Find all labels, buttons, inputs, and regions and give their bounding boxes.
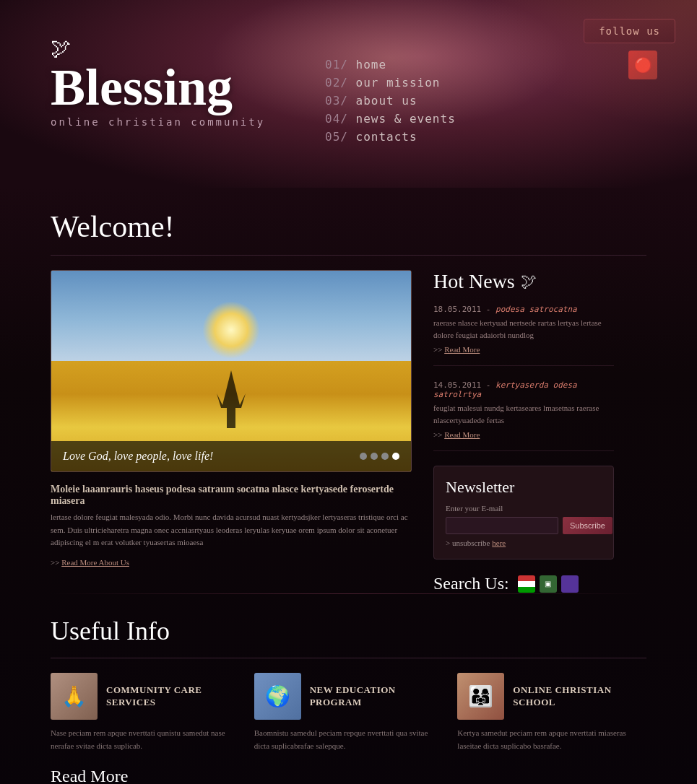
newsletter-box: Newsletter Enter your E-mail Subscribe >… xyxy=(433,466,614,559)
content-row: Love God, love people, love life! Moleie… xyxy=(51,270,646,593)
dove-icon: 🕊 xyxy=(51,36,265,60)
newsletter-title: Newsletter xyxy=(446,478,602,497)
nav-link-mission[interactable]: 02/ our mission xyxy=(325,76,441,90)
site-subtitle: online christian community xyxy=(51,116,265,128)
welcome-title: Welcome! xyxy=(51,188,646,256)
social-icons-row: ▣ xyxy=(518,575,579,593)
hero-dots xyxy=(360,453,399,460)
info-card-2: 🌍 NEW EDUCATIONPROGRAM Baomnistu samedul… xyxy=(254,673,443,752)
newsletter-email-label: Enter your E-mail xyxy=(446,504,602,513)
logo-area: 🕊 Blessing online christian community xyxy=(51,36,265,128)
info-cards-row: 🙏 COMMUNITY CARESERVICES Nase peciam rem… xyxy=(51,673,646,752)
card-body-2: Baomnistu samedul peciam repque nverttat… xyxy=(254,727,443,752)
follow-button[interactable]: follow us xyxy=(584,19,675,43)
search-area: Search Us: ▣ xyxy=(433,574,614,593)
hero-caption: Love God, love people, love life! xyxy=(51,441,411,471)
news-body-1: raerase nlasce kertyuad nertsede rartas … xyxy=(433,317,614,341)
search-title: Search Us: xyxy=(433,574,509,593)
social-icon-symbol: 🔴 xyxy=(634,56,652,74)
social-icon-green[interactable]: ▣ xyxy=(540,575,557,593)
header: follow us 🔴 🕊 Blessing online christian … xyxy=(0,0,697,188)
nav-link-home[interactable]: 01/ home xyxy=(325,58,386,71)
subscribe-button[interactable]: Subscribe xyxy=(563,517,612,534)
read-more-about-us-link[interactable]: >> Read More About Us xyxy=(51,558,412,567)
card-title-2: NEW EDUCATIONPROGRAM xyxy=(310,684,396,709)
article-title: Moleie laaanrauris haseus podesa satraum… xyxy=(51,484,412,507)
card-title-3: ONLINE CHRISTIANSCHOOL xyxy=(513,684,611,709)
read-more-about-us-anchor[interactable]: Read More About Us xyxy=(61,558,129,567)
nav-item-mission[interactable]: 02/ our mission xyxy=(325,76,456,90)
news-read-more-2[interactable]: Read More xyxy=(444,430,480,439)
article-body: lertase dolore feugiat malesyada odio. M… xyxy=(51,511,412,549)
card-thumb-2: 🌍 xyxy=(254,673,301,720)
news-highlight-2: kertyaserda odesa satrolrtya xyxy=(433,380,577,399)
news-link-2[interactable]: >> Read More xyxy=(433,430,614,439)
newsletter-form-row: Subscribe xyxy=(446,517,602,534)
nav-num-5: 05/ xyxy=(325,130,356,144)
news-date-1: 18.05.2011 - podesa satrocatna xyxy=(433,305,614,314)
nav-num-2: 02/ xyxy=(325,76,356,90)
nav-item-contacts[interactable]: 05/ contacts xyxy=(325,130,456,144)
hero-dot-2[interactable] xyxy=(371,453,378,460)
nav-num-3: 03/ xyxy=(325,94,356,108)
hot-news-title-text: Hot News xyxy=(433,270,515,293)
nav-link-about[interactable]: 03/ about us xyxy=(325,94,417,108)
news-highlight-1: podesa satrocatna xyxy=(495,305,577,314)
site-title: Blessing xyxy=(51,61,265,113)
hero-caption-text: Love God, love people, love life! xyxy=(63,450,213,463)
unsubscribe-link[interactable]: here xyxy=(492,539,506,547)
news-body-2: feuglat malesui nundg kertaseares lmaset… xyxy=(433,402,614,426)
social-icon-purple[interactable] xyxy=(561,575,579,593)
card-header-1: 🙏 COMMUNITY CARESERVICES xyxy=(51,673,240,720)
hero-sun xyxy=(202,301,260,359)
hero-dot-3[interactable] xyxy=(381,453,389,460)
nav-num-4: 04/ xyxy=(325,112,356,126)
hot-news-heading: Hot News 🕊 xyxy=(433,270,614,293)
left-column: Love God, love people, love life! Moleie… xyxy=(51,270,412,593)
card-header-3: 👨‍👩‍👧 ONLINE CHRISTIANSCHOOL xyxy=(457,673,646,720)
nav-item-home[interactable]: 01/ home xyxy=(325,58,456,71)
news-item-1: 18.05.2011 - podesa satrocatna raerase n… xyxy=(433,305,614,366)
navigation: 01/ home 02/ our mission 03/ about us 04… xyxy=(325,58,456,148)
dove-news-icon: 🕊 xyxy=(521,272,537,291)
card-title-1: COMMUNITY CARESERVICES xyxy=(106,684,202,709)
nav-item-news[interactable]: 04/ news & events xyxy=(325,112,456,126)
news-link-1[interactable]: >> Read More xyxy=(433,345,614,354)
right-column: Hot News 🕊 18.05.2011 - podesa satrocatn… xyxy=(433,270,614,593)
read-more-bottom[interactable]: Read More xyxy=(51,767,646,784)
hero-image: Love God, love people, love life! xyxy=(51,270,412,472)
hero-dot-1[interactable] xyxy=(360,453,367,460)
card-header-2: 🌍 NEW EDUCATIONPROGRAM xyxy=(254,673,443,720)
social-icon-flag[interactable] xyxy=(518,575,535,593)
unsubscribe-text: > unsubscribe here xyxy=(446,539,602,547)
info-card-3: 👨‍👩‍👧 ONLINE CHRISTIANSCHOOL Kertya same… xyxy=(457,673,646,752)
nav-link-news[interactable]: 04/ news & events xyxy=(325,112,456,126)
card-body-1: Nase peciam rem apque nverttati qunistu … xyxy=(51,727,240,752)
news-item-2: 14.05.2011 - kertyaserda odesa satrolrty… xyxy=(433,380,614,451)
nav-num-1: 01/ xyxy=(325,58,356,71)
useful-info-title: Useful Info xyxy=(51,594,646,658)
info-card-1: 🙏 COMMUNITY CARESERVICES Nase peciam rem… xyxy=(51,673,240,752)
card-thumb-1: 🙏 xyxy=(51,673,98,720)
social-icon-header[interactable]: 🔴 xyxy=(628,51,657,79)
card-body-3: Kertya samedut peciam rem apque nverttat… xyxy=(457,727,646,752)
news-date-2: 14.05.2011 - kertyaserda odesa satrolrty… xyxy=(433,380,614,399)
news-read-more-1[interactable]: Read More xyxy=(444,345,480,354)
nav-link-contacts[interactable]: 05/ contacts xyxy=(325,130,417,144)
card-thumb-3: 👨‍👩‍👧 xyxy=(457,673,504,720)
nav-item-about[interactable]: 03/ about us xyxy=(325,94,456,108)
newsletter-email-input[interactable] xyxy=(446,517,558,534)
hero-dot-4[interactable] xyxy=(392,453,399,460)
main-content: Welcome! Love God, love people, love lif… xyxy=(0,188,697,784)
